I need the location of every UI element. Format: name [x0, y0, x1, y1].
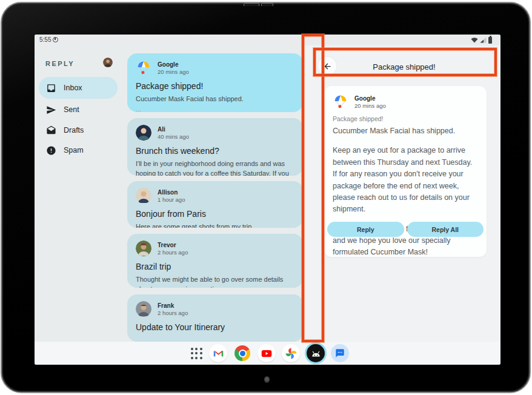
email-time: 2 hours ago: [158, 249, 188, 256]
allison-avatar: [136, 188, 151, 204]
annotation-rect-detail-header: [313, 48, 497, 76]
android-screen: 5:55 REPLY Inbox: [35, 35, 500, 365]
email-sender: Ali: [158, 126, 189, 133]
sidebar-item-drafts[interactable]: Drafts: [35, 121, 125, 139]
detail-subject-line: Package shipped!: [333, 115, 478, 122]
email-subject: Package shipped!: [136, 81, 294, 91]
clock-icon: [53, 37, 58, 42]
reply-button[interactable]: Reply: [327, 222, 404, 237]
google-messages-icon[interactable]: [331, 344, 349, 362]
profile-avatar[interactable]: [103, 58, 113, 67]
email-subject: Brazil trip: [136, 262, 294, 271]
sidebar-item-sent[interactable]: Sent: [35, 101, 125, 119]
email-time: 2 hours ago: [158, 310, 188, 316]
email-time: 20 mins ago: [158, 68, 189, 75]
status-icons: [471, 37, 492, 44]
email-sender: Trevor: [158, 242, 188, 248]
email-time: 1 hour ago: [158, 196, 185, 203]
wifi-icon: [471, 37, 478, 43]
email-preview: Cucumber Mask Facial has shipped.: [136, 95, 294, 104]
detail-body: Cucumber Mask Facial has shipped. Keep a…: [333, 125, 478, 259]
dock: [35, 342, 500, 365]
front-camera: [264, 376, 270, 383]
ali-avatar: [136, 125, 151, 141]
frank-avatar: [136, 301, 151, 317]
reply-all-button[interactable]: Reply All: [407, 222, 484, 237]
email-subject: Bonjour from Paris: [136, 209, 294, 219]
status-bar: 5:55: [35, 35, 500, 45]
detail-time: 20 mins ago: [354, 102, 386, 109]
email-list-item-frank[interactable]: Frank 2 hours ago Update to Your Itinera…: [127, 294, 303, 342]
email-subject: Brunch this weekend?: [136, 146, 294, 156]
email-sender: Frank: [158, 302, 188, 309]
status-time: 5:55: [39, 36, 51, 43]
sidebar-item-label: Spam: [64, 146, 84, 154]
gmail-icon[interactable]: [209, 344, 227, 362]
chrome-icon[interactable]: [233, 344, 251, 362]
sidebar-item-label: Inbox: [64, 84, 82, 92]
google-photos-icon[interactable]: [282, 344, 300, 362]
email-preview: I'll be in your neighborhood doing erran…: [136, 159, 294, 176]
google-parachute-logo: [333, 94, 348, 110]
email-preview-ellipsis: ...: [136, 105, 294, 112]
cell-signal-icon: [480, 37, 487, 43]
email-preview: Here are some great shots from my trip..…: [136, 222, 294, 228]
battery-icon: [488, 37, 492, 44]
email-preview: Thought we might be able to go over some…: [136, 275, 294, 288]
spam-icon: [46, 145, 56, 156]
app-drawer-icon[interactable]: [187, 344, 205, 362]
body-paragraph: Keep an eye out for a package to arrive …: [333, 145, 478, 215]
sidebar-item-label: Drafts: [64, 126, 84, 134]
power-button: [261, 3, 273, 6]
tablet-bezel: 5:55 REPLY Inbox: [1, 2, 531, 393]
email-sender: Allison: [158, 189, 185, 196]
body-paragraph: Cucumber Mask Facial has shipped.: [333, 125, 478, 137]
sidebar-item-inbox[interactable]: Inbox: [35, 79, 125, 97]
email-list-item-google[interactable]: Google 20 mins ago Package shipped! Cucu…: [127, 53, 303, 112]
drafts-icon: [46, 125, 56, 136]
android-reply-app-icon[interactable]: [307, 344, 325, 362]
youtube-icon[interactable]: [258, 344, 276, 362]
email-list-item-trevor[interactable]: Trevor 2 hours ago Brazil trip Thought w…: [127, 234, 303, 288]
email-detail-card: Google 20 mins ago Package shipped! Cucu…: [324, 86, 487, 257]
email-subject: Update to Your Itinerary: [136, 322, 294, 332]
email-list-item-ali[interactable]: Ali 40 mins ago Brunch this weekend? I'l…: [127, 118, 303, 176]
email-list-item-allison[interactable]: Allison 1 hour ago Bonjour from Paris He…: [127, 181, 303, 228]
trevor-avatar: [136, 241, 151, 256]
annotation-rect-list-detail-divider: [302, 34, 324, 342]
inbox-icon: [46, 83, 56, 93]
sidebar-item-label: Sent: [64, 105, 79, 114]
email-time: 40 mins ago: [158, 133, 189, 140]
google-parachute-logo: [136, 60, 151, 76]
detail-sender: Google: [354, 95, 386, 102]
sidebar-item-spam[interactable]: Spam: [35, 141, 125, 159]
volume-button: [244, 3, 259, 6]
email-sender: Google: [158, 61, 189, 68]
app-title: REPLY: [45, 60, 75, 67]
send-icon: [46, 105, 56, 115]
screenshot-stage: 5:55 REPLY Inbox: [0, 0, 532, 395]
